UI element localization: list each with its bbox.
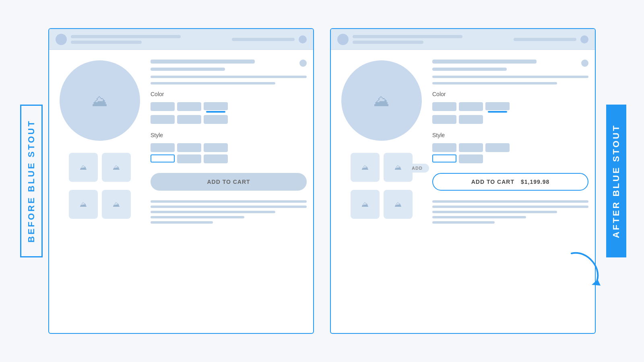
before-browser-bar bbox=[49, 29, 313, 50]
before-swatch-6[interactable] bbox=[204, 115, 228, 124]
main-container: BEFORE BLUE STOUT bbox=[48, 28, 596, 334]
before-style-row-1 bbox=[151, 143, 307, 152]
after-style-label: Style bbox=[432, 132, 588, 138]
before-style-swatch-6[interactable] bbox=[204, 154, 228, 163]
after-title-line-2 bbox=[432, 68, 507, 71]
after-desc-lines bbox=[432, 200, 588, 224]
before-title-line-1 bbox=[151, 60, 255, 64]
add-badge[interactable]: ADD bbox=[405, 164, 429, 173]
before-title-line-2 bbox=[151, 68, 225, 71]
after-swatch-1[interactable] bbox=[432, 102, 456, 111]
after-style-swatch-2[interactable] bbox=[459, 143, 483, 152]
after-thumbnail-row-2: ⛰ ⛰ bbox=[337, 190, 426, 219]
before-line-a bbox=[151, 76, 307, 78]
after-thumb-4: ⛰ bbox=[384, 190, 413, 219]
before-color-swatches bbox=[151, 102, 307, 124]
after-style-swatch-5[interactable] bbox=[459, 154, 483, 163]
before-swatch-1[interactable] bbox=[151, 102, 175, 111]
before-swatch-5[interactable] bbox=[177, 115, 201, 124]
after-browser-bar bbox=[331, 29, 595, 50]
before-bar-line-2 bbox=[71, 41, 142, 44]
after-style-swatch-3[interactable] bbox=[485, 143, 510, 152]
after-desc-1 bbox=[432, 200, 588, 203]
after-bar-line-2 bbox=[353, 41, 423, 44]
after-browser-lines bbox=[353, 35, 510, 44]
before-add-to-cart-button[interactable]: ADD TO CART bbox=[151, 173, 307, 191]
after-thumb-1: ⛰ bbox=[351, 153, 380, 182]
after-swatch-bar-3 bbox=[485, 102, 510, 110]
before-swatch-4[interactable] bbox=[151, 115, 175, 124]
before-panel: ⛰ ⛰ ⛰ ⛰ ⛰ bbox=[48, 28, 314, 334]
before-style-swatch-2[interactable] bbox=[177, 143, 201, 152]
before-thumb-3: ⛰ bbox=[69, 190, 98, 219]
before-thumb-2: ⛰ bbox=[102, 153, 131, 182]
before-style-label: Style bbox=[151, 132, 307, 138]
after-title-lines bbox=[432, 60, 581, 71]
after-style-row-1 bbox=[432, 143, 588, 152]
after-color-swatches bbox=[432, 102, 588, 124]
before-panel-wrapper: ⛰ ⛰ ⛰ ⛰ ⛰ bbox=[48, 28, 314, 334]
after-swatch-4[interactable] bbox=[432, 115, 456, 124]
before-desc-5 bbox=[151, 221, 213, 224]
after-swatch-3-selected[interactable] bbox=[485, 102, 510, 113]
after-style-row-2 bbox=[432, 154, 588, 163]
before-desc-1 bbox=[151, 200, 307, 203]
before-header-dot bbox=[299, 60, 307, 67]
before-bar-line-1 bbox=[71, 35, 181, 38]
before-swatch-2[interactable] bbox=[177, 102, 201, 111]
before-style-row-2 bbox=[151, 154, 307, 163]
before-detail-header bbox=[151, 60, 307, 71]
after-bar-line-1 bbox=[353, 35, 462, 38]
after-style-swatch-1[interactable] bbox=[432, 143, 456, 152]
after-line-b bbox=[432, 82, 557, 84]
after-image-icon: ⛰ bbox=[374, 92, 390, 110]
before-thumb-4: ⛰ bbox=[102, 190, 131, 219]
after-browser-dot bbox=[580, 35, 588, 43]
after-add-to-cart-text: ADD TO CART bbox=[471, 179, 514, 185]
before-style-border bbox=[151, 154, 175, 162]
after-product-detail: Color bbox=[432, 56, 588, 327]
after-desc-2 bbox=[432, 206, 588, 208]
after-color-label: Color bbox=[432, 91, 588, 97]
before-content-area: ⛰ ⛰ ⛰ ⛰ ⛰ bbox=[49, 50, 313, 333]
after-desc-4 bbox=[432, 216, 526, 218]
before-style-swatch-selected[interactable] bbox=[151, 154, 175, 163]
after-bar-line-3 bbox=[514, 38, 576, 41]
before-swatch-3-selected[interactable] bbox=[204, 102, 228, 113]
after-swatch-5[interactable] bbox=[459, 115, 483, 124]
after-style-swatch-selected[interactable] bbox=[432, 154, 456, 163]
after-line-a bbox=[432, 76, 588, 78]
before-swatch-underline-3 bbox=[206, 111, 225, 113]
panels-wrapper: BEFORE BLUE STOUT bbox=[48, 28, 596, 334]
before-desc-4 bbox=[151, 216, 244, 218]
after-content-area: ⛰ ADD ⛰ ⛰ ⛰ ⛰ bbox=[331, 50, 595, 333]
before-browser-avatar bbox=[56, 34, 67, 45]
after-color-row-2 bbox=[432, 115, 588, 124]
after-color-row-1 bbox=[432, 102, 588, 113]
after-left-sidebar: ⛰ ADD ⛰ ⛰ ⛰ ⛰ bbox=[337, 56, 426, 327]
before-style-swatch-3[interactable] bbox=[204, 143, 228, 152]
before-product-image: ⛰ bbox=[60, 60, 140, 141]
before-left-sidebar: ⛰ ⛰ ⛰ ⛰ ⛰ bbox=[56, 56, 144, 327]
after-panel-wrapper: ⛰ ADD ⛰ ⛰ ⛰ ⛰ bbox=[330, 28, 596, 334]
before-desc-lines bbox=[151, 200, 307, 224]
before-color-label: Color bbox=[151, 91, 307, 97]
before-thumbnail-row-1: ⛰ ⛰ bbox=[56, 153, 144, 182]
after-label: AFTER BLUE STOUT bbox=[606, 105, 626, 257]
after-price-tag: $1,199.98 bbox=[521, 179, 549, 185]
before-browser-dot bbox=[299, 35, 307, 43]
after-swatch-2[interactable] bbox=[459, 102, 483, 111]
after-header-dot bbox=[581, 60, 588, 67]
after-browser-avatar bbox=[337, 34, 349, 45]
after-title-line-1 bbox=[432, 60, 537, 64]
before-style-swatch-5[interactable] bbox=[177, 154, 201, 163]
before-color-row-1 bbox=[151, 102, 307, 113]
before-swatch-bar-3 bbox=[204, 102, 228, 110]
before-thumbnail-row-2: ⛰ ⛰ bbox=[56, 190, 144, 219]
after-add-to-cart-button[interactable]: ADD TO CART $1,199.98 bbox=[432, 173, 588, 191]
before-browser-lines bbox=[71, 35, 228, 44]
after-style-swatches bbox=[432, 143, 588, 163]
after-product-image: ⛰ bbox=[341, 60, 422, 141]
before-style-swatch-1[interactable] bbox=[151, 143, 175, 152]
before-line-b bbox=[151, 82, 275, 84]
